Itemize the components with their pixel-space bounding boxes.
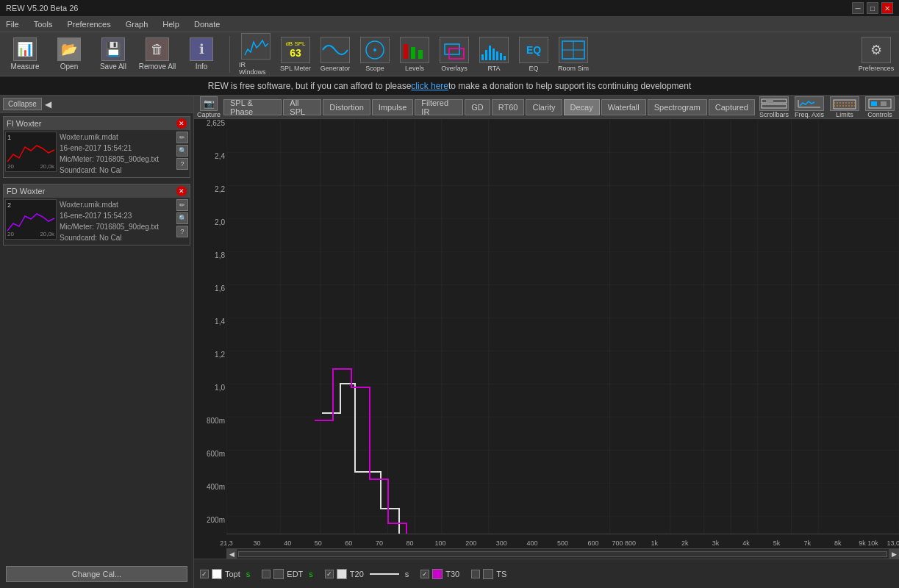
tab-all-spl[interactable]: All SPL (283, 99, 321, 115)
save-all-icon: 💾 (101, 37, 125, 61)
legend-ts-check[interactable] (471, 570, 480, 578)
controls-button[interactable]: Controls (864, 95, 896, 120)
ir-windows-icon (241, 33, 271, 60)
rta-button[interactable]: RTA (477, 37, 511, 72)
spl-meter-icon: dB SPL 63 (281, 37, 310, 63)
meas-zoom-2[interactable]: 🔍 (176, 212, 188, 224)
tab-waterfall[interactable]: Waterfall (601, 99, 646, 115)
sidebar-empty-space (0, 248, 193, 560)
tab-spl---phase[interactable]: SPL & Phase (223, 99, 282, 115)
maximize-button[interactable]: □ (867, 2, 878, 14)
eq-button[interactable]: EQ EQ (517, 37, 551, 72)
donation-bar: REW is free software, but if you can aff… (0, 76, 899, 96)
tab-captured[interactable]: Captured (709, 99, 755, 115)
legend-topt-check[interactable]: ✓ (200, 570, 209, 578)
meas-info-1[interactable]: ? (176, 158, 188, 170)
x-label-4: 60 (345, 539, 352, 547)
meas-edit-1[interactable]: ✏ (176, 132, 188, 143)
limits-button[interactable]: Limits (828, 95, 861, 120)
menu-item-graph[interactable]: Graph (123, 18, 151, 30)
measurement-title-1: FI Woxter (7, 119, 41, 128)
legend-t20-check[interactable]: ✓ (325, 570, 334, 578)
svg-point-1 (373, 49, 376, 51)
menu-item-help[interactable]: Help (160, 18, 182, 30)
y-label-10: 600m (196, 450, 225, 458)
legend-edt-check[interactable] (262, 570, 271, 578)
overlays-button[interactable]: Overlays (437, 37, 471, 72)
collapse-button[interactable]: Collapse (3, 98, 42, 110)
toolbar-separator-1 (229, 36, 230, 73)
meas-edit-2[interactable]: ✏ (176, 199, 188, 211)
measurement-body-2: 2 20 20,0k Woxter.umik.mdat 16-ene-2017 … (4, 198, 190, 245)
preferences-icon: ⚙ (862, 37, 891, 63)
preferences-button[interactable]: ⚙ Preferences (859, 37, 893, 72)
ir-windows-button[interactable]: IR Windows (239, 33, 273, 76)
x-label-13: 700 800 (612, 539, 636, 547)
scrollbars-label: Scrollbars (759, 111, 789, 118)
tab-filtered-ir[interactable]: Filtered IR (415, 99, 463, 115)
measurement-body-1: 1 20 20,0k Woxter.umik.mdat 16-ene-2017 … (4, 130, 190, 177)
legend-edt-s: s (309, 570, 313, 578)
remove-all-button[interactable]: 🗑 Remove All (138, 37, 176, 71)
donation-link[interactable]: click here (411, 81, 448, 91)
measurement-close-2[interactable]: ✕ (176, 186, 187, 196)
meas-zoom-1[interactable]: 🔍 (176, 145, 188, 157)
y-label-5: 1,6 (196, 284, 225, 293)
menu-item-donate[interactable]: Donate (191, 18, 223, 30)
legend-t20: ✓ T20 s (325, 569, 409, 579)
meas-mic-2: Mic/Meter: 7016805_90deg.txt (60, 221, 173, 232)
graph-area[interactable]: 2,6252,42,22,01,81,61,41,21,0800m600m400… (194, 119, 899, 534)
room-sim-button[interactable]: Room Sim (556, 37, 590, 72)
controls-icon (865, 96, 895, 111)
measurement-actions-1: ✏ 🔍 ? (176, 132, 188, 176)
tab-spectrogram[interactable]: Spectrogram (648, 99, 707, 115)
measure-icon: 📊 (13, 37, 37, 61)
x-label-17: 4k (742, 539, 750, 547)
minimize-button[interactable]: ─ (852, 2, 864, 14)
scroll-left[interactable]: ◀ (226, 549, 237, 559)
levels-button[interactable]: Levels (398, 37, 431, 72)
scroll-track[interactable] (238, 551, 887, 557)
measurement-close-1[interactable]: ✕ (176, 118, 187, 129)
scope-icon (360, 37, 390, 63)
freq-axis-label: Freq. Axis (795, 111, 824, 118)
measurement-info-1: Woxter.umik.mdat 16-ene-2017 15:54:21 Mi… (60, 132, 173, 176)
legend-t30-check[interactable]: ✓ (420, 570, 429, 578)
svg-rect-7 (481, 54, 484, 60)
meas-info-2[interactable]: ? (176, 226, 188, 237)
scope-button[interactable]: Scope (358, 37, 392, 72)
generator-button[interactable]: Generator (318, 37, 352, 72)
graph-plot[interactable]: 2,625 (226, 119, 899, 534)
tab-decay[interactable]: Decay (564, 99, 600, 115)
tab-clarity[interactable]: Clarity (526, 99, 562, 115)
main-area: Collapse ◀ FI Woxter ✕ 1 20 20,0k (0, 96, 899, 588)
menu-item-tools[interactable]: Tools (31, 18, 56, 30)
scroll-right[interactable]: ▶ (889, 549, 899, 559)
eq-label: EQ (529, 65, 538, 72)
y-label-12: 200m (196, 516, 225, 524)
meas-soundcard-2: Soundcard: No Cal (60, 232, 173, 243)
measure-button[interactable]: 📊 Measure (6, 37, 44, 71)
tab-distortion[interactable]: Distortion (323, 99, 370, 115)
x-label-1: 30 (254, 539, 261, 547)
x-label-10: 400 (526, 539, 537, 547)
tab-gd[interactable]: GD (465, 99, 490, 115)
menu-item-preferences[interactable]: Preferences (64, 18, 113, 30)
scrollbars-button[interactable]: Scrollbars (758, 95, 790, 120)
tab-impulse[interactable]: Impulse (372, 99, 414, 115)
capture-button[interactable]: 📷 Capture (197, 96, 221, 118)
svg-rect-18 (762, 104, 787, 108)
info-button[interactable]: ℹ Info (182, 37, 221, 71)
close-button[interactable]: ✕ (881, 2, 893, 14)
open-button[interactable]: 📂 Open (50, 37, 88, 71)
change-cal-button[interactable]: Change Cal... (6, 566, 187, 582)
tab-rt60[interactable]: RT60 (492, 99, 525, 115)
freq-axis-button[interactable]: Freq. Axis (793, 95, 825, 120)
save-all-button[interactable]: 💾 Save All (94, 37, 132, 71)
measurement-chart-1: 1 20 20,0k (5, 132, 57, 172)
graph-svg (226, 119, 899, 534)
spl-meter-button[interactable]: dB SPL 63 SPL Meter (279, 37, 312, 72)
preferences-label: Preferences (859, 65, 895, 72)
capture-label: Capture (197, 111, 221, 118)
menu-item-file[interactable]: File (3, 18, 22, 30)
